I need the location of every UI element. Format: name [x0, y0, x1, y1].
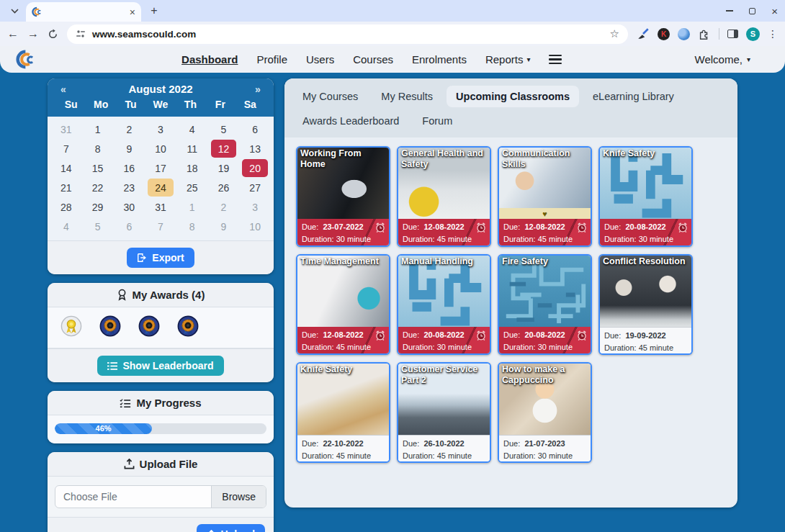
upload-button[interactable]: Upload [197, 524, 265, 532]
tab-search-button[interactable] [6, 2, 23, 19]
nav-link-dashboard[interactable]: Dashboard [181, 53, 238, 66]
calendar-day-cell[interactable]: 28 [53, 198, 79, 216]
calendar-day-cell[interactable]: 14 [53, 159, 79, 177]
gear-rosette-medal-icon[interactable] [138, 315, 160, 340]
url-text[interactable]: www.seamscould.com [92, 29, 196, 40]
calendar-next-button[interactable]: » [249, 84, 266, 95]
calendar-prev-button[interactable]: « [55, 84, 72, 95]
course-card[interactable]: Communication Skills♥Due: 12-08-2022Dura… [498, 146, 592, 247]
calendar-day-cell[interactable]: 6 [242, 120, 268, 138]
course-card[interactable]: Manual HandlingDue: 20-08-2022Duration: … [397, 254, 491, 355]
course-card[interactable]: Customer Service Part 2Due: 26-10-2022Du… [397, 362, 491, 463]
calendar-day-cell[interactable]: 19 [211, 159, 237, 177]
nav-link-enrolments[interactable]: Enrolments [412, 53, 467, 66]
calendar-day-cell[interactable]: 22 [85, 179, 111, 197]
calendar-day-cell[interactable]: 4 [53, 217, 79, 235]
calendar-day-cell[interactable]: 8 [85, 140, 111, 158]
calendar-day-cell[interactable]: 27 [242, 179, 268, 197]
forward-button[interactable]: → [27, 28, 39, 40]
reload-button[interactable] [48, 29, 58, 40]
gear-rosette-medal-icon[interactable] [177, 315, 199, 340]
course-card[interactable]: Knife SafetyDue: 20-08-2022Duration: 30 … [598, 146, 693, 247]
export-button[interactable]: Export [127, 248, 194, 268]
calendar-day-cell[interactable]: 10 [242, 217, 268, 235]
tab-upcoming-classrooms[interactable]: Upcoming Classrooms [447, 86, 579, 107]
calendar-day-cell[interactable]: 1 [85, 120, 111, 138]
show-leaderboard-button[interactable]: Show Leaderboard [97, 356, 223, 376]
tab-forum[interactable]: Forum [413, 110, 462, 132]
close-tab-icon[interactable]: × [130, 7, 135, 17]
hamburger-menu-icon[interactable] [549, 55, 562, 65]
calendar-day-cell[interactable]: 5 [211, 120, 237, 138]
calendar-day-cell[interactable]: 3 [242, 198, 268, 216]
calendar-day-cell[interactable]: 17 [148, 159, 174, 177]
gear-rosette-medal-icon[interactable] [99, 315, 121, 340]
browser-tab[interactable]: × [26, 2, 141, 22]
nav-link-reports[interactable]: Reports▾ [485, 53, 531, 66]
address-bar[interactable]: www.seamscould.com ☆ [67, 24, 628, 44]
side-panel-icon[interactable] [727, 30, 738, 38]
extensions-puzzle-icon[interactable] [698, 27, 711, 40]
course-card[interactable]: General Health and SafetyDue: 12-08-2022… [397, 146, 491, 247]
calendar-day-cell[interactable]: 23 [116, 179, 142, 197]
course-card[interactable]: Working From HomeDue: 23-07-2022Duration… [296, 146, 390, 247]
tab-my-courses[interactable]: My Courses [293, 86, 367, 107]
calendar-day-cell[interactable]: 5 [85, 217, 111, 235]
calendar-day-cell[interactable]: 30 [116, 198, 142, 216]
course-card[interactable]: Time ManagementDue: 12-08-2022Duration: … [296, 254, 390, 355]
course-card[interactable]: Fire SafetyDue: 20-08-2022Duration: 30 m… [498, 254, 592, 355]
calendar-day-cell[interactable]: 12 [211, 140, 237, 158]
tab-elearning-library[interactable]: eLearning Library [583, 86, 683, 107]
site-info-icon[interactable] [76, 30, 86, 38]
calendar-day-cell[interactable]: 26 [211, 179, 237, 197]
calendar-day-cell[interactable]: 2 [116, 120, 142, 138]
file-input[interactable]: Choose File Browse [55, 485, 266, 508]
browse-button[interactable]: Browse [211, 486, 266, 508]
bookmark-star-icon[interactable]: ☆ [610, 27, 619, 40]
course-card[interactable]: How to make a CappuccinoDue: 21-07-2023D… [498, 362, 592, 463]
calendar-day-cell[interactable]: 11 [179, 140, 205, 158]
calendar-day-cell[interactable]: 18 [179, 159, 205, 177]
tab-my-results[interactable]: My Results [372, 86, 442, 107]
maximize-button[interactable] [749, 8, 755, 14]
nav-link-courses[interactable]: Courses [353, 53, 393, 66]
globe-extension-icon[interactable] [678, 28, 690, 40]
k-extension-icon[interactable]: K [658, 28, 670, 40]
file-input-placeholder[interactable]: Choose File [55, 486, 211, 508]
calendar-day-cell[interactable]: 16 [116, 159, 142, 177]
calendar-day-cell[interactable]: 13 [242, 140, 268, 158]
back-button[interactable]: ← [7, 28, 19, 40]
tab-awards-leaderboard[interactable]: Awards Leaderboard [293, 110, 408, 132]
calendar-day-cell[interactable]: 24 [148, 179, 174, 197]
calendar-day-cell[interactable]: 3 [148, 120, 174, 138]
gold-ribbon-medal-icon[interactable] [60, 315, 82, 340]
calendar-day-cell[interactable]: 31 [148, 198, 174, 216]
calendar-day-cell[interactable]: 7 [53, 140, 79, 158]
calendar-day-cell[interactable]: 4 [179, 120, 205, 138]
nav-link-profile[interactable]: Profile [256, 53, 287, 66]
course-card[interactable]: Conflict ResolutionDue: 19-09-2022Durati… [598, 254, 693, 355]
calendar-day-cell[interactable]: 7 [148, 217, 174, 235]
calendar-day-cell[interactable]: 9 [116, 140, 142, 158]
calendar-day-cell[interactable]: 2 [211, 198, 237, 216]
calendar-day-cell[interactable]: 9 [211, 217, 237, 235]
browser-menu-icon[interactable]: ⋮ [768, 28, 778, 40]
nav-link-users[interactable]: Users [306, 53, 334, 66]
profile-avatar[interactable]: S [746, 27, 760, 41]
new-tab-button[interactable]: + [145, 2, 163, 19]
eyedropper-extension-icon[interactable] [637, 27, 650, 40]
calendar-day-cell[interactable]: 15 [85, 159, 111, 177]
calendar-day-cell[interactable]: 20 [242, 159, 268, 177]
calendar-day-cell[interactable]: 25 [179, 179, 205, 197]
minimize-button[interactable] [726, 10, 733, 12]
calendar-day-cell[interactable]: 31 [53, 120, 79, 138]
calendar-day-cell[interactable]: 1 [179, 198, 205, 216]
calendar-day-cell[interactable]: 10 [148, 140, 174, 158]
course-card[interactable]: Knife SafetyDue: 22-10-2022Duration: 45 … [296, 362, 390, 463]
calendar-day-cell[interactable]: 21 [53, 179, 79, 197]
calendar-day-cell[interactable]: 6 [116, 217, 142, 235]
calendar-day-cell[interactable]: 8 [179, 217, 205, 235]
close-window-button[interactable]: × [771, 6, 778, 17]
calendar-day-cell[interactable]: 29 [85, 198, 111, 216]
welcome-menu[interactable]: Welcome, ▾ [695, 53, 769, 66]
